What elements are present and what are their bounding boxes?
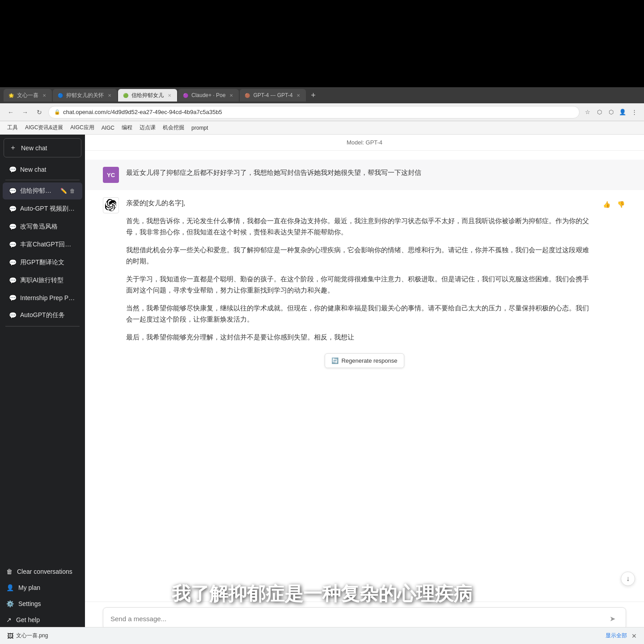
user-message-content: 最近女儿得了抑郁症之后都不好好学习了，我想给她写封信告诉她我对她很失望，帮我写一… [126,167,626,178]
bookmark-aigc-news[interactable]: AIGC资讯&进展 [22,123,66,132]
tab-gpt4-close[interactable]: ✕ [295,92,301,98]
tab-gpt4[interactable]: 🟤 GPT-4 --- GPT-4 ✕ [240,89,306,102]
bookmark-programming[interactable]: 编程 [119,123,135,132]
tab-letter-close[interactable]: ✕ [166,92,173,98]
send-button[interactable]: ➤ [606,612,619,625]
menu-icon[interactable]: ⋮ [630,108,639,117]
sidebar-item-autogpt[interactable]: 💬 Auto-GPT 视频剧本简介 [3,200,82,217]
bookmark-prompt[interactable]: prompt [189,124,211,132]
bookmark-tools[interactable]: 工具 [4,123,21,132]
my-plan-button[interactable]: 👤 My plan [0,580,85,596]
input-box: ➤ [103,607,626,630]
settings-button[interactable]: ⚙️ Settings [0,596,85,612]
translate-label: 用GPT翻译论文 [20,258,76,267]
sidebar-item-autogpt2[interactable]: 💬 AutoGPT的任务 [3,307,82,324]
user-message-row: YC 最近女儿得了抑郁症之后都不好好学习了，我想给她写封信告诉她我对她很失望，帮… [85,160,644,190]
bookmark-aigc[interactable]: AIGC [99,124,117,132]
sidebar-item-chatgpt[interactable]: 💬 丰富ChatGPT回复技术 [3,236,82,253]
back-button[interactable]: ← [5,107,16,118]
tab-claude-close[interactable]: ✕ [228,92,234,98]
assistant-para-4: 当然，我希望你能够尽快康复，继续以往的学术成就。但现在，你的健康和幸福是我们最关… [126,302,594,325]
chat9-icon: 💬 [9,312,17,319]
chat5-icon: 💬 [9,241,17,248]
user-icon: 👤 [6,584,14,591]
my-plan-label: My plan [18,584,40,591]
new-tab-button[interactable]: + [307,89,319,102]
tab-care[interactable]: 🔵 抑郁女儿的关怀 ✕ [53,89,117,102]
bookmark-course[interactable]: 迈点课 [137,123,158,132]
claude-icon: 🟣 [182,92,189,98]
course-label: 迈点课 [140,124,156,131]
address-bar: ← → ↻ 🔒 chat.openai.com/c/4d9d9d52-ea27-… [0,103,644,121]
internship-label: Internship Prep Prompts [20,294,76,301]
tab-claude[interactable]: 🟣 Claude+ · Poe ✕ [178,89,239,102]
aigc-label: AIGC [102,125,114,131]
bookmark-aigc-app[interactable]: AIGC应用 [68,123,97,132]
bookmark-opportunity[interactable]: 机会挖掘 [160,123,187,132]
regenerate-label: Regenerate response [341,357,397,364]
chat7-icon: 💬 [9,277,17,284]
opportunity-label: 机会挖掘 [163,124,184,131]
message-input[interactable] [110,615,602,623]
scroll-down-button[interactable]: ↓ [621,572,635,586]
lock-icon: 🔒 [54,109,60,115]
profile-icon[interactable]: 👤 [618,108,627,117]
chat6-icon: 💬 [9,259,17,266]
gpt4-icon: 🟤 [244,92,250,98]
divider2 [5,326,80,326]
divider [5,180,80,180]
url-box[interactable]: 🔒 chat.openai.com/c/4d9d9d52-ea27-49ec-9… [48,106,580,119]
care-icon: 🔵 [57,92,64,98]
tools-label: 工具 [7,124,18,131]
aigc-app-label: AIGC应用 [70,124,94,131]
forward-button[interactable]: → [20,107,30,118]
sidebar-item-new-chat2[interactable]: 💬 New chat [3,161,82,178]
new-chat-label: New chat [21,144,47,152]
model-label: Model: GPT-4 [85,135,644,151]
thumbs-up-button[interactable]: 👍 [601,199,612,210]
thumbs-down-button[interactable]: 👎 [615,199,626,210]
letter-chat-label: 信给抑郁女儿 [20,187,56,195]
sidebar-item-rewrite[interactable]: 💬 改写鲁迅风格 [3,218,82,235]
tab-care-close[interactable]: ✕ [106,92,113,98]
subtitle-bar: 我了解抑郁症是一种复杂的心理疾病 [165,580,479,608]
settings-icon: ⚙️ [6,600,14,607]
sidebar-item-career[interactable]: 💬 离职AI旅行转型 [3,272,82,289]
edit-icon[interactable]: ✏️ [60,187,67,195]
bookmark-star-icon[interactable]: ☆ [583,108,592,117]
show-all-button[interactable]: 显示全部 [606,632,627,640]
bookmarks-bar: 工具 AIGC资讯&进展 AIGC应用 AIGC 编程 迈点课 机会挖掘 pro… [0,121,644,135]
sidebar-item-translate[interactable]: 💬 用GPT翻译论文 [3,254,82,271]
autogpt2-label: AutoGPT的任务 [20,311,76,319]
chat2-icon: 💬 [9,187,17,195]
assistant-para-5: 最后，我希望你能够充分理解，这封信并不是要让你感到失望。相反，我想让 [126,331,594,343]
chat-messages: YC 最近女儿得了抑郁症之后都不好好学习了，我想给她写封信告诉她我对她很失望，帮… [85,151,644,602]
download-close-button[interactable]: ✕ [631,632,637,640]
sidebar-item-letter[interactable]: 💬 信给抑郁女儿 ✏️ 🗑 [3,182,82,199]
tab-gpt4-label: GPT-4 --- GPT-4 [253,92,292,98]
refresh-button[interactable]: ↻ [34,107,45,118]
clear-conversations-button[interactable]: 🗑 Clear conversations [0,564,85,580]
assistant-avatar [103,197,119,213]
trash-icon[interactable]: 🗑 [69,187,76,195]
tab-wenxin-label: 文心一喜 [17,92,38,99]
tab-letter[interactable]: 🟢 信给抑郁女儿 ✕ [118,89,177,102]
sidebar-item-internship[interactable]: 💬 Internship Prep Prompts [3,290,82,306]
regenerate-button[interactable]: 🔄 Regenerate response [325,353,404,368]
tab-care-label: 抑郁女儿的关怀 [66,92,104,99]
tab-wenxin[interactable]: 🌟 文心一喜 ✕ [4,89,52,102]
tab-letter-label: 信给抑郁女儿 [131,92,164,99]
regenerate-icon: 🔄 [331,357,339,364]
get-help-button[interactable]: ↗ Get help [0,612,85,628]
extension-icon[interactable]: ⬡ [606,108,615,117]
chat3-icon: 💬 [9,205,17,212]
rewrite-label: 改写鲁迅风格 [20,223,76,231]
assistant-para-2: 我想借此机会分享一些关心和爱意。我了解抑郁症是一种复杂的心理疾病，它会影响你的情… [126,244,594,267]
wenxin-icon: 🌟 [8,92,14,98]
assistant-para-0: 亲爱的[女儿的名字], [126,197,594,209]
share-icon[interactable]: ⬡ [595,108,604,117]
chatgpt-label: 丰富ChatGPT回复技术 [20,241,76,249]
tab-wenxin-close[interactable]: ✕ [41,92,47,98]
career-label: 离职AI旅行转型 [20,276,76,284]
new-chat-button[interactable]: ＋ New chat [4,138,81,157]
